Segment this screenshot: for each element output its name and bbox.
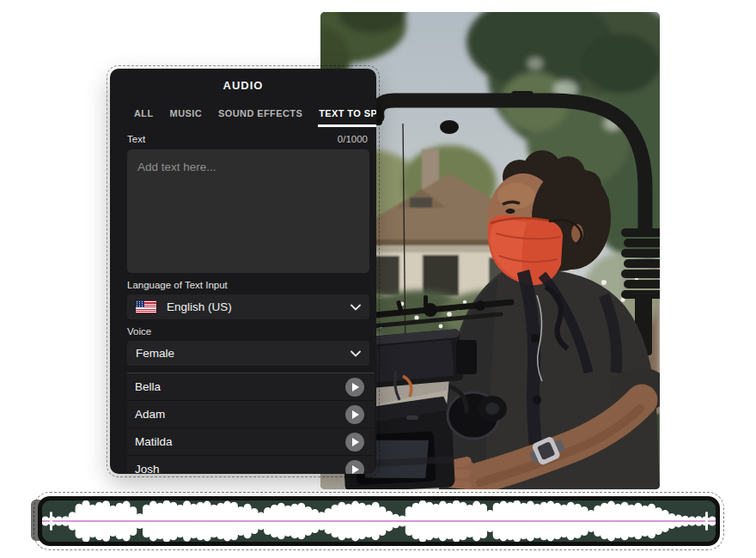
tab-bar: ALL MUSIC SOUND EFFECTS TEXT TO SPEECH [110, 101, 376, 127]
page: AUDIO ALL MUSIC SOUND EFFECTS TEXT TO SP… [0, 0, 756, 558]
panel-title: AUDIO [110, 69, 376, 101]
chevron-down-icon [351, 350, 361, 357]
voice-option-adam[interactable]: Adam [127, 401, 375, 428]
voice-list: Bella Adam Matilda Josh [127, 373, 375, 474]
voice-option-matilda[interactable]: Matilda [127, 428, 375, 456]
voice-dropdown[interactable]: Female [127, 341, 369, 366]
tab-all[interactable]: ALL [133, 108, 155, 127]
tab-text-to-speech[interactable]: TEXT TO SPEECH [318, 108, 376, 127]
voice-label: Voice [127, 326, 151, 337]
play-icon[interactable] [345, 433, 364, 452]
char-counter: 0/1000 [338, 134, 369, 144]
audio-clip[interactable] [38, 496, 720, 546]
play-icon[interactable] [345, 460, 364, 475]
voice-option-bella[interactable]: Bella [127, 373, 375, 401]
volume-line[interactable] [42, 520, 716, 522]
tab-sound-effects[interactable]: SOUND EFFECTS [217, 108, 303, 127]
clip-right-handle[interactable] [705, 512, 708, 531]
voice-option-josh[interactable]: Josh [127, 456, 375, 474]
tab-music[interactable]: MUSIC [169, 108, 203, 127]
language-value: English (US) [167, 300, 232, 313]
chevron-down-icon [351, 304, 361, 311]
language-label: Language of Text Input [127, 280, 228, 290]
panel-content: Text 0/1000 Add text here... Language of… [110, 134, 376, 366]
play-icon[interactable] [345, 405, 364, 424]
text-label: Text [127, 134, 145, 144]
language-dropdown[interactable]: English (US) [127, 294, 369, 319]
voice-value: Female [136, 347, 174, 360]
text-input-placeholder: Add text here... [137, 161, 216, 173]
text-input[interactable]: Add text here... [127, 149, 369, 273]
audio-panel: AUDIO ALL MUSIC SOUND EFFECTS TEXT TO SP… [110, 69, 376, 474]
play-icon[interactable] [345, 378, 364, 397]
us-flag-icon [136, 300, 156, 313]
clip-left-handle[interactable] [50, 512, 52, 531]
